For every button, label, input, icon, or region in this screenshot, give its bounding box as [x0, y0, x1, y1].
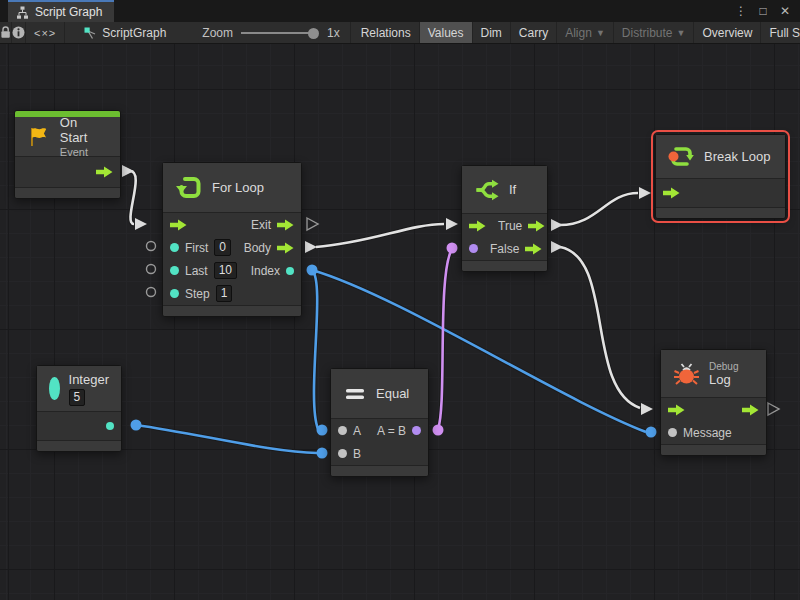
node-if[interactable]: If True False: [461, 165, 548, 272]
true-label: True: [498, 219, 522, 233]
tab-script-graph[interactable]: Script Graph: [8, 0, 114, 22]
integer-out-endpoint[interactable]: [131, 420, 142, 431]
node-for-loop[interactable]: For Loop Exit First 0 Body Last 10: [162, 162, 302, 317]
node-equal[interactable]: Equal A A = B B: [330, 368, 429, 477]
forloop-first-inlet[interactable]: [147, 242, 156, 251]
last-value-input[interactable]: 10: [214, 262, 237, 279]
inspect-button[interactable]: [12, 22, 26, 43]
first-port[interactable]: [170, 243, 179, 252]
lock-icon: [0, 26, 11, 39]
node-footer: [163, 305, 301, 316]
tab-title: Script Graph: [35, 5, 102, 19]
node-category: Debug: [709, 361, 738, 372]
debuglog-in-marker[interactable]: [641, 403, 653, 415]
first-label: First: [185, 241, 208, 255]
edit-source-button[interactable]: <×>: [26, 22, 65, 43]
message-label: Message: [683, 426, 732, 440]
a-port[interactable]: [338, 426, 347, 435]
maximize-icon[interactable]: □: [754, 4, 772, 18]
flow-out-port[interactable]: [96, 166, 113, 178]
forloop-step-inlet[interactable]: [147, 288, 156, 297]
first-value-input[interactable]: 0: [214, 239, 231, 256]
node-integer[interactable]: Integer 5: [36, 365, 122, 452]
equal-result-endpoint[interactable]: [433, 425, 444, 436]
relations-button[interactable]: Relations: [353, 22, 420, 43]
message-port[interactable]: [668, 428, 677, 437]
result-port[interactable]: [412, 426, 421, 435]
node-footer: [462, 260, 547, 271]
flow-in-port[interactable]: [668, 404, 685, 416]
message-in-endpoint[interactable]: [646, 427, 657, 438]
forloop-index-endpoint[interactable]: [307, 265, 318, 276]
node-debug-log[interactable]: Debug Log Message: [660, 349, 767, 456]
flow-in-port[interactable]: [469, 220, 486, 232]
body-port[interactable]: [277, 242, 294, 254]
b-port[interactable]: [338, 449, 347, 458]
if-in-marker[interactable]: [446, 218, 458, 230]
node-footer: [661, 444, 766, 455]
exit-label: Exit: [251, 218, 271, 232]
node-title: Integer: [69, 372, 109, 387]
if-true-marker[interactable]: [551, 219, 563, 231]
last-port[interactable]: [170, 266, 179, 275]
close-icon[interactable]: ✕: [776, 4, 794, 18]
integer-out-port[interactable]: [106, 422, 114, 430]
step-port[interactable]: [170, 289, 179, 298]
body-label: Body: [244, 241, 271, 255]
node-break-loop[interactable]: Break Loop: [655, 134, 786, 219]
loop-icon: [175, 174, 203, 202]
forloop-last-inlet[interactable]: [147, 265, 156, 274]
lock-button[interactable]: [0, 22, 12, 43]
zoom-slider[interactable]: [241, 28, 319, 38]
wire-false-to-debuglog[interactable]: [560, 247, 640, 408]
flow-in-port[interactable]: [170, 219, 187, 231]
equal-a-endpoint[interactable]: [317, 425, 328, 436]
node-title: On Start: [60, 115, 108, 145]
overview-button[interactable]: Overview: [694, 22, 761, 43]
onstart-out-marker[interactable]: [122, 165, 134, 177]
node-footer: [37, 440, 121, 451]
if-condition-endpoint[interactable]: [447, 243, 458, 254]
breakloop-in-marker[interactable]: [639, 187, 651, 199]
zoom-label: Zoom: [202, 26, 233, 40]
carry-button[interactable]: Carry: [511, 22, 557, 43]
node-footer: [15, 187, 120, 198]
true-port[interactable]: [528, 220, 545, 232]
exit-port[interactable]: [277, 219, 294, 231]
graph-breadcrumb[interactable]: ScriptGraph: [75, 22, 174, 43]
chevron-down-icon: ▼: [596, 28, 605, 38]
zoom-control: Zoom 1x: [202, 22, 350, 43]
flag-icon: [27, 125, 51, 149]
graph-canvas[interactable]: On Start Event For Loop: [0, 44, 800, 600]
align-button: Align▼: [557, 22, 614, 43]
forloop-body-marker[interactable]: [305, 241, 317, 253]
integer-value-input[interactable]: 5: [69, 389, 86, 406]
if-false-marker[interactable]: [551, 241, 563, 253]
zoom-slider-handle[interactable]: [308, 28, 319, 39]
full-screen-button[interactable]: Full Screen: [761, 22, 800, 43]
index-port[interactable]: [286, 267, 294, 275]
result-label: A = B: [377, 424, 406, 438]
flow-in-port[interactable]: [663, 187, 680, 199]
forloop-in-marker[interactable]: [135, 218, 147, 230]
script-graph-window: Script Graph ⋮ □ ✕ <×>: [0, 0, 800, 600]
forloop-exit-outlet[interactable]: [307, 218, 318, 230]
zoom-slider-track: [241, 32, 311, 34]
last-label: Last: [185, 264, 208, 278]
false-port[interactable]: [525, 243, 542, 255]
equal-b-endpoint[interactable]: [317, 448, 328, 459]
chevron-down-icon: ▼: [677, 28, 686, 38]
step-label: Step: [185, 287, 210, 301]
node-title: If: [509, 182, 516, 197]
flow-out-port[interactable]: [742, 404, 759, 416]
node-on-start[interactable]: On Start Event: [14, 110, 121, 199]
false-label: False: [490, 242, 519, 256]
values-button[interactable]: Values: [420, 22, 473, 43]
node-footer: [656, 207, 785, 218]
window-menu-icon[interactable]: ⋮: [732, 4, 750, 18]
node-subtitle: Event: [60, 146, 108, 158]
dim-button[interactable]: Dim: [473, 22, 511, 43]
debuglog-out-outlet[interactable]: [768, 403, 779, 415]
condition-port[interactable]: [469, 244, 478, 253]
step-value-input[interactable]: 1: [216, 285, 233, 302]
